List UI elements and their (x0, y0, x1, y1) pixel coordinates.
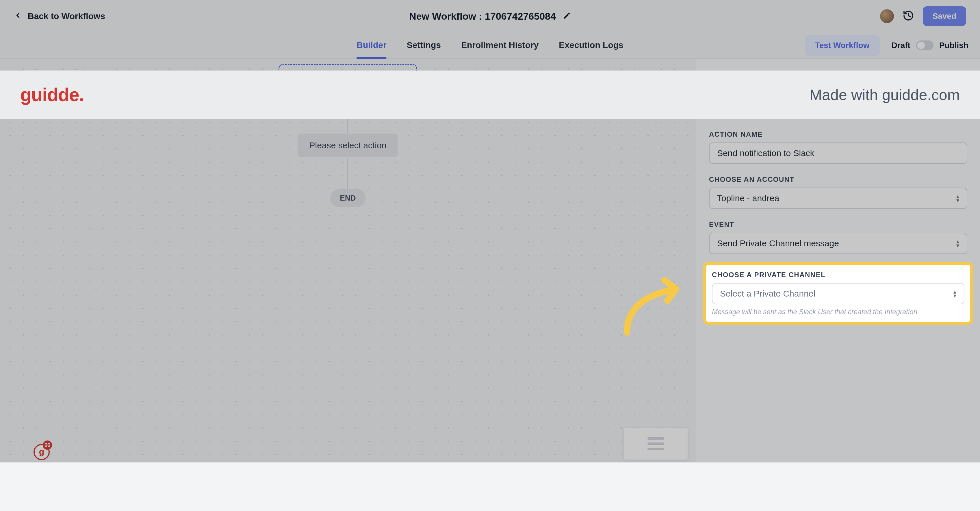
tab-execution-logs[interactable]: Execution Logs (559, 32, 623, 59)
end-node: END (330, 189, 366, 207)
svg-text:g: g (39, 447, 44, 456)
choose-channel-select[interactable]: Select a Private Channel ▴▾ (712, 283, 964, 304)
history-icon[interactable] (902, 10, 914, 22)
back-label: Back to Workflows (28, 11, 105, 21)
event-select[interactable]: Send Private Channel message ▴▾ (709, 232, 967, 254)
minimap[interactable] (624, 428, 687, 460)
guidde-badge[interactable]: g 66 (31, 439, 52, 460)
edit-title-icon[interactable] (563, 11, 571, 21)
avatar[interactable] (880, 9, 894, 23)
publish-toggle[interactable] (916, 40, 934, 50)
choose-account-label: CHOOSE AN ACCOUNT (709, 175, 967, 183)
tutorial-arrow-icon (618, 269, 687, 338)
svg-text:66: 66 (45, 442, 50, 448)
choose-channel-label: CHOOSE A PRIVATE CHANNEL (712, 271, 964, 279)
channel-helper-text: Message will be sent as the Slack User t… (712, 308, 964, 316)
connector-line (348, 158, 348, 189)
chevron-left-icon (14, 11, 22, 21)
draft-label: Draft (892, 41, 910, 50)
chevrons-icon: ▴▾ (956, 239, 959, 247)
slack-message-panel: Slack Message Get notifications in Slack… (696, 59, 980, 462)
workflow-title: New Workflow : 1706742765084 (409, 11, 556, 22)
test-workflow-button[interactable]: Test Workflow (805, 35, 880, 56)
tab-settings[interactable]: Settings (407, 32, 441, 59)
chevrons-icon: ▴▾ (956, 194, 959, 202)
made-with-label: Made with guidde.com (810, 86, 960, 103)
action-name-input[interactable]: Send notification to Slack (709, 142, 967, 164)
back-to-workflows[interactable]: Back to Workflows (14, 11, 105, 21)
tab-builder[interactable]: Builder (356, 32, 386, 59)
select-action-node[interactable]: Please select action (298, 134, 398, 157)
action-name-label: ACTION NAME (709, 131, 967, 138)
guidde-logo: guidde. (20, 84, 84, 105)
saved-button: Saved (923, 6, 966, 26)
tab-enrollment-history[interactable]: Enrollment History (461, 32, 539, 59)
event-label: EVENT (709, 221, 967, 229)
publish-label: Publish (939, 41, 969, 50)
choose-channel-highlight: CHOOSE A PRIVATE CHANNEL Select a Privat… (703, 262, 973, 325)
workflow-canvas[interactable]: Stats View + Add New Trigger Please sele… (0, 59, 696, 462)
choose-account-select[interactable]: Topline - andrea ▴▾ (709, 188, 967, 209)
chevrons-icon: ▴▾ (953, 290, 956, 298)
